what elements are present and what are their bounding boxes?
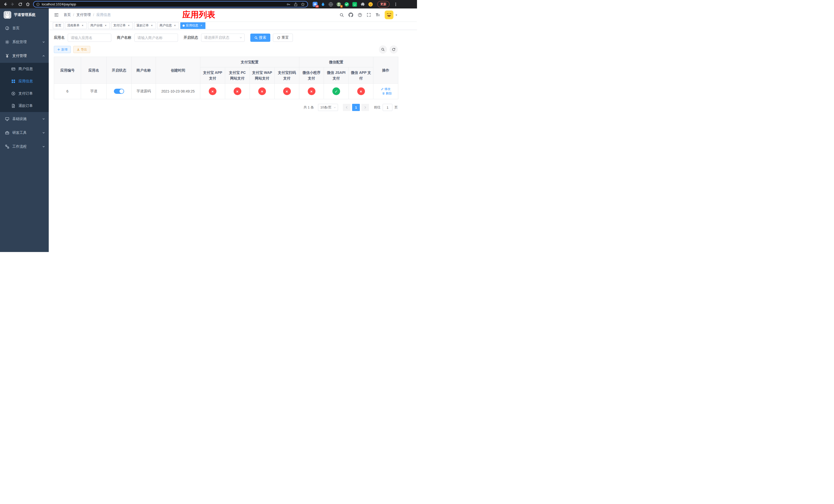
bookmark-star-icon[interactable] <box>301 2 305 6</box>
reset-button[interactable]: 重置 <box>273 33 293 42</box>
browser-menu-button[interactable] <box>393 1 399 8</box>
tab-close-icon[interactable]: × <box>127 24 131 27</box>
active-tab-dot <box>182 25 185 27</box>
tab-payment-order[interactable]: 支付订单 × <box>111 22 133 29</box>
tab-home[interactable]: 首页 <box>53 22 64 29</box>
sidebar-item-devtools[interactable]: 研发工具 <box>0 126 49 140</box>
status-switch[interactable] <box>114 89 124 94</box>
browser-forward-button[interactable] <box>9 1 16 8</box>
refresh-icon <box>392 48 395 51</box>
tab-close-icon[interactable]: × <box>104 24 107 27</box>
extension-badge: 10 <box>315 5 319 8</box>
page-number-button[interactable]: 1 <box>352 104 360 111</box>
tab-close-icon[interactable]: × <box>199 24 203 27</box>
col-header-alipay-pc: 支付宝 PC 网站支付 <box>225 67 250 84</box>
tab-label: 应用信息 <box>186 23 198 28</box>
browser-reload-button[interactable] <box>17 1 23 8</box>
tab-close-icon[interactable]: × <box>173 24 177 27</box>
sidebar-item-home[interactable]: 首页 <box>0 21 49 35</box>
chevron-down-icon <box>42 131 45 134</box>
breadcrumb-payment: 支付管理 <box>76 13 91 17</box>
sidebar-subitem-payment-order[interactable]: 支付订单 <box>0 87 49 100</box>
status-select[interactable]: 请选择开启状态 <box>201 33 245 42</box>
pagination: 共 1 条 10条/页 1 前往 页 <box>54 104 398 111</box>
toggle-search-button[interactable] <box>379 45 387 53</box>
chevron-right-icon <box>364 106 367 109</box>
extension-icon-profile[interactable]: 1 <box>336 2 341 7</box>
extension-icon-water-drop[interactable] <box>321 2 326 7</box>
browser-update-button[interactable]: 更新 <box>377 1 390 7</box>
tab-refund-order[interactable]: 退款订单 × <box>134 22 156 29</box>
yen-icon <box>5 54 9 58</box>
refresh-table-button[interactable] <box>390 45 398 53</box>
sidebar-item-label: 首页 <box>12 26 20 30</box>
chevron-down-icon <box>42 117 45 120</box>
github-icon[interactable] <box>349 13 353 17</box>
gear-icon <box>5 40 9 44</box>
merchant-name-input[interactable] <box>134 33 178 42</box>
chevron-up-icon <box>42 54 45 58</box>
col-header-alipay-app: 支付宝 APP 支付 <box>200 67 225 84</box>
add-button[interactable]: 新增 <box>54 46 71 53</box>
sidebar-subitem-refund-order[interactable]: 退款订单 <box>0 100 49 112</box>
fullscreen-icon[interactable] <box>367 13 371 17</box>
browser-home-button[interactable] <box>25 1 31 8</box>
sidebar-subitem-app-info[interactable]: 应用信息 <box>0 75 49 87</box>
alipay-qr-status-icon: × <box>283 87 291 95</box>
cell-merchant: 芋道源码 <box>132 84 156 99</box>
font-size-icon[interactable] <box>375 13 380 17</box>
sidebar-toggle-button[interactable] <box>52 10 61 20</box>
next-page-button[interactable] <box>361 104 369 111</box>
wechat-mini-status-icon: × <box>308 87 315 95</box>
tab-merchant-info[interactable]: 商户信息 × <box>157 22 179 29</box>
search-button[interactable]: 搜索 <box>250 33 270 42</box>
password-key-icon[interactable] <box>286 2 290 6</box>
breadcrumb-home[interactable]: 首页 <box>64 13 71 17</box>
extension-icon-globe[interactable] <box>329 2 333 7</box>
prev-page-button[interactable] <box>343 104 351 111</box>
extension-icon-blue-plus[interactable]: 10 <box>313 2 317 7</box>
search-icon[interactable] <box>339 13 344 17</box>
site-info-icon[interactable] <box>36 3 40 6</box>
tab-label: 支付订单 <box>113 23 126 28</box>
tab-process-form[interactable]: 流程表单 × <box>65 22 87 29</box>
user-menu[interactable] <box>385 10 398 19</box>
chevron-down-icon <box>42 41 45 44</box>
sidebar-item-infrastructure[interactable]: 基础设施 <box>0 112 49 126</box>
col-group-wechat: 微信配置 <box>299 57 373 67</box>
col-header-merchant: 商户名称 <box>132 57 156 84</box>
search-icon <box>381 48 385 51</box>
app-logo-link[interactable]: 芋道管理系统 <box>0 8 49 21</box>
more-vert-icon <box>394 2 398 6</box>
top-navbar: 首页 / 支付管理 / 应用信息 应用列表 <box>49 8 417 21</box>
sidebar-item-workflow[interactable]: 工作流程 <box>0 140 49 154</box>
extension-icon-green-check[interactable] <box>345 2 349 7</box>
page-banner-title: 应用列表 <box>182 9 215 21</box>
extension-icon-green-chat[interactable] <box>352 2 357 7</box>
sidebar-subitem-merchant-info[interactable]: 商户信息 <box>0 63 49 75</box>
goto-page-input[interactable] <box>382 104 392 111</box>
sidebar-item-payment[interactable]: 支付管理 <box>0 49 49 63</box>
download-icon <box>77 48 80 51</box>
share-icon[interactable] <box>294 2 298 6</box>
extension-icon-emoji-face[interactable] <box>368 2 373 7</box>
tab-user-group[interactable]: 用户分组 × <box>88 22 110 29</box>
sidebar-item-system[interactable]: 系统管理 <box>0 35 49 49</box>
tab-close-icon[interactable]: × <box>150 24 154 27</box>
app-name-input[interactable] <box>68 33 111 42</box>
edit-button[interactable]: 修改 <box>381 87 391 91</box>
refresh-icon <box>277 36 280 40</box>
browser-extensions: 10 1 <box>313 2 373 7</box>
browser-chrome: localhost:1024/pay/app 10 1 <box>0 0 417 8</box>
tab-close-icon[interactable]: × <box>81 24 84 27</box>
extensions-puzzle-icon[interactable] <box>360 2 365 7</box>
browser-back-button[interactable] <box>2 1 8 8</box>
plus-icon <box>57 48 60 51</box>
export-button[interactable]: 导出 <box>73 46 90 53</box>
tab-app-info[interactable]: 应用信息 × <box>180 22 205 29</box>
delete-button[interactable]: 删除 <box>382 91 392 96</box>
help-icon[interactable] <box>358 13 362 17</box>
page-size-select[interactable]: 10条/页 <box>318 104 338 111</box>
col-header-created: 创建时间 <box>156 57 200 84</box>
address-bar[interactable]: localhost:1024/pay/app <box>33 1 308 7</box>
